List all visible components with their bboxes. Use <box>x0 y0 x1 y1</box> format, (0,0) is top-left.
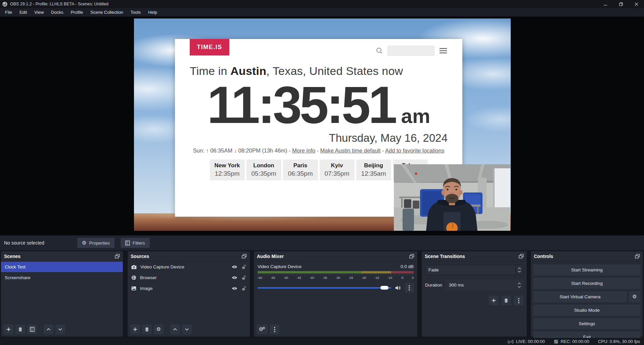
lock-icon[interactable] <box>241 286 246 291</box>
settings-button[interactable]: Settings <box>533 318 641 329</box>
more-info-link: More info <box>292 147 315 154</box>
gear-icon: ⚙ <box>156 327 161 332</box>
rec-status: REC: 00:00:00 <box>554 339 589 344</box>
scene-item-clock-test[interactable]: Clock Test <box>1 262 123 272</box>
visibility-eye-icon[interactable] <box>232 265 237 269</box>
preview-canvas[interactable]: TIME.IS Time in Austin, Texas, United St… <box>134 18 511 231</box>
timeis-clock-row: 11:35:51 am <box>190 78 448 132</box>
duration-label: Duration <box>425 283 442 288</box>
globe-icon <box>131 275 136 280</box>
transition-select[interactable]: Fade <box>425 265 523 275</box>
source-item-video-capture[interactable]: Video Capture Device <box>128 262 250 272</box>
gear-icon: ⚙ <box>82 241 86 246</box>
audio-level-meter <box>258 271 414 273</box>
gear-icon: ⚙ <box>632 294 637 299</box>
select-chevrons-icon <box>515 265 523 275</box>
dock-area: Scenes Clock Test Screenshare Sources Vi… <box>0 250 644 338</box>
sources-panel: Sources Video Capture Device Browser Ima… <box>127 251 250 337</box>
virtual-camera-config-button[interactable]: ⚙ <box>629 291 641 302</box>
scene-transitions-body: Fade Duration 300 ms <box>422 261 527 309</box>
add-source-button[interactable] <box>130 325 140 334</box>
scenes-toolbar <box>4 325 65 334</box>
popout-icon[interactable] <box>519 254 524 259</box>
spinbox-arrows[interactable] <box>517 279 521 291</box>
audio-mixer-menu-button[interactable] <box>270 325 279 334</box>
menu-profile[interactable]: Profile <box>67 8 87 16</box>
lock-icon[interactable] <box>241 264 246 269</box>
source-up-button[interactable] <box>170 325 180 334</box>
make-default-link: Make Austin time default <box>320 147 381 154</box>
scene-transitions-panel: Scene Transitions Fade Duration 300 ms <box>421 251 527 337</box>
duration-input[interactable]: 300 ms <box>446 279 523 291</box>
selected-source-bar: No source selected ⚙ Properties Filters <box>0 235 644 250</box>
close-button[interactable] <box>629 0 644 8</box>
minimize-button[interactable] <box>598 0 613 8</box>
audio-mixer-toolbar: ⚙⚙ <box>257 325 279 334</box>
filters-button[interactable]: Filters <box>121 238 150 248</box>
source-item-image[interactable]: Image <box>128 283 250 294</box>
controls-header: Controls <box>531 251 643 261</box>
source-down-button[interactable] <box>182 325 192 334</box>
obs-logo-icon <box>2 2 7 7</box>
speaker-icon[interactable] <box>395 285 401 291</box>
scene-item-screenshare[interactable]: Screenshare <box>1 272 123 283</box>
filter-icon <box>125 241 130 246</box>
timeis-clock: 11:35:51 <box>207 78 395 132</box>
add-scene-button[interactable] <box>4 325 13 334</box>
selected-source-status: No source selected <box>4 240 77 246</box>
audio-channel-db: 0.0 dB <box>401 264 414 269</box>
remove-transition-button[interactable] <box>501 296 511 305</box>
remove-source-button[interactable] <box>142 325 152 334</box>
scenes-panel: Scenes Clock Test Screenshare <box>1 251 123 337</box>
timeis-meridiem: am <box>401 104 430 128</box>
menu-bar: File Edit View Docks Profile Scene Colle… <box>0 8 644 17</box>
sources-header: Sources <box>128 251 250 261</box>
audio-mixer-header: Audio Mixer <box>254 251 417 261</box>
properties-button[interactable]: ⚙ Properties <box>77 238 114 248</box>
title-bar: OBS 29.1.2 - Profile: LLHLS BETA - Scene… <box>0 0 644 8</box>
scene-up-button[interactable] <box>44 325 53 334</box>
image-icon <box>131 286 136 291</box>
remove-scene-button[interactable] <box>15 325 25 334</box>
source-properties-button[interactable]: ⚙ <box>154 325 164 334</box>
popout-icon[interactable] <box>242 254 247 259</box>
studio-mode-button[interactable]: Studio Mode <box>533 305 641 316</box>
visibility-eye-icon[interactable] <box>232 275 237 280</box>
volume-slider-handle[interactable] <box>380 286 388 290</box>
sources-toolbar: ⚙ <box>130 325 192 334</box>
scene-transitions-header: Scene Transitions <box>422 251 527 261</box>
scene-down-button[interactable] <box>55 325 65 334</box>
menu-view[interactable]: View <box>31 8 47 16</box>
hamburger-menu-icon <box>439 48 448 54</box>
start-streaming-button[interactable]: Start Streaming <box>533 264 641 275</box>
world-clock-kyiv: Kyiv07:35pm <box>320 160 355 180</box>
start-virtual-camera-button[interactable]: Start Virtual Camera <box>533 291 627 302</box>
visibility-eye-icon[interactable] <box>232 286 237 291</box>
stream-signal-icon <box>508 339 514 344</box>
menu-docks[interactable]: Docks <box>47 8 67 16</box>
popout-icon[interactable] <box>115 254 120 259</box>
menu-file[interactable]: File <box>1 8 16 16</box>
volume-slider[interactable] <box>258 287 391 289</box>
restore-button[interactable] <box>613 0 629 8</box>
world-clock-new-york: New York12:35pm <box>210 160 245 180</box>
start-recording-button[interactable]: Start Recording <box>533 278 641 289</box>
timeis-logo: TIME.IS <box>190 39 229 55</box>
menu-tools[interactable]: Tools <box>127 8 144 16</box>
scene-filters-button[interactable] <box>27 325 37 334</box>
popout-icon[interactable] <box>409 254 414 259</box>
add-transition-button[interactable] <box>489 296 499 305</box>
menu-help[interactable]: Help <box>144 8 161 16</box>
webcam-video-source[interactable] <box>394 164 510 231</box>
source-item-browser[interactable]: Browser <box>128 272 250 283</box>
menu-scene-collection[interactable]: Scene Collection <box>87 8 127 16</box>
world-clock-london: London05:35pm <box>246 160 281 180</box>
audio-channel-menu-button[interactable] <box>405 283 414 293</box>
transition-menu-button[interactable] <box>514 296 523 305</box>
menu-edit[interactable]: Edit <box>16 8 31 16</box>
window-controls <box>598 0 644 8</box>
world-clock-beijing: Beijing12:35am <box>356 160 391 180</box>
popout-icon[interactable] <box>635 254 640 259</box>
lock-icon[interactable] <box>241 275 246 280</box>
advanced-audio-button[interactable]: ⚙⚙ <box>257 325 268 334</box>
